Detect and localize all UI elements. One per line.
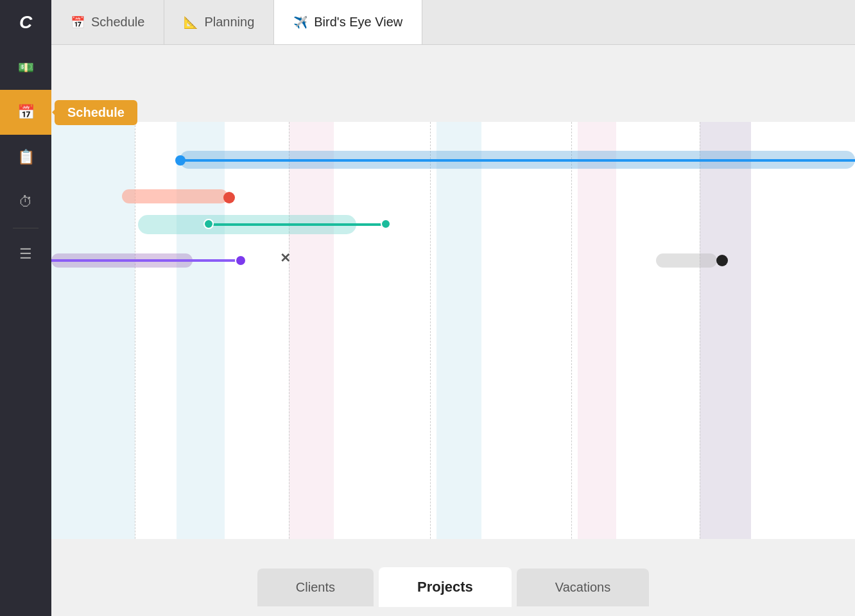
- vline-1: [135, 122, 135, 539]
- tab-projects[interactable]: Projects: [379, 567, 512, 607]
- dot-blue-left: [175, 155, 186, 166]
- planning-tab-label: Planning: [204, 15, 254, 30]
- schedule-tooltip: Schedule: [55, 100, 137, 125]
- dot-teal-right: [381, 219, 391, 229]
- bar-gray-wide: [656, 253, 717, 268]
- content-area: ✕ 5 Jun '16 Jul '16 Aug '16 Sep '16 Oct …: [51, 45, 855, 616]
- dot-dark: [716, 255, 728, 266]
- sidebar-item-more[interactable]: ☰: [0, 232, 51, 277]
- bar-purple-line: [51, 259, 238, 262]
- gantt-chart: ✕ 5 Jun '16 Jul '16 Aug '16 Sep '16 Oct …: [51, 122, 855, 539]
- tab-vacations[interactable]: Vacations: [517, 569, 649, 606]
- bar-teal-line: [205, 223, 385, 226]
- reports-icon: 📋: [17, 149, 35, 166]
- x-mark: ✕: [280, 250, 291, 266]
- sidebar-divider: [13, 228, 39, 228]
- col-highlight-pink-1: [289, 122, 334, 539]
- bottom-tabs: Clients Projects Vacations: [51, 539, 855, 616]
- col-highlight-pink-2: [578, 122, 616, 539]
- vline-5: [700, 122, 700, 539]
- col-highlight-3: [436, 122, 481, 539]
- birds-eye-tab-label: Bird's Eye View: [314, 15, 402, 30]
- time-icon: ⏱: [19, 194, 33, 210]
- tab-birds-eye[interactable]: ✈️ Bird's Eye View: [274, 0, 422, 44]
- tab-clients[interactable]: Clients: [257, 569, 374, 606]
- schedule-icon: 📅: [17, 104, 35, 121]
- gantt-area: ✕ 5 Jun '16 Jul '16 Aug '16 Sep '16 Oct …: [51, 45, 855, 539]
- bar-blue-line: [177, 159, 855, 162]
- sidebar-item-billing[interactable]: 💵: [0, 45, 51, 90]
- schedule-tab-label: Schedule: [91, 15, 144, 30]
- col-highlight-pink-3: [700, 122, 751, 539]
- logo-text: C: [19, 12, 32, 33]
- tab-planning[interactable]: 📐 Planning: [164, 0, 274, 44]
- schedule-tab-icon: 📅: [71, 15, 85, 30]
- dot-orange: [223, 192, 235, 203]
- dot-purple: [235, 255, 246, 266]
- sidebar-item-reports[interactable]: 📋: [0, 135, 51, 180]
- col-highlight-2: [177, 122, 225, 539]
- col-highlight-1: [51, 122, 135, 539]
- sidebar: C 💵 📅 Schedule 📋 ⏱ ☰: [0, 0, 51, 616]
- main-content: 📅 Schedule 📐 Planning ✈️ Bird's Eye View: [51, 0, 855, 616]
- vline-4: [571, 122, 572, 539]
- birds-eye-tab-icon: ✈️: [293, 15, 307, 30]
- sidebar-item-schedule[interactable]: 📅 Schedule: [0, 90, 51, 135]
- sidebar-item-time[interactable]: ⏱: [0, 180, 51, 225]
- bar-salmon: [122, 189, 228, 203]
- app-logo[interactable]: C: [0, 0, 51, 45]
- planning-tab-icon: 📐: [184, 15, 198, 30]
- tab-schedule[interactable]: 📅 Schedule: [51, 0, 164, 44]
- vline-2: [289, 122, 289, 539]
- menu-icon: ☰: [19, 246, 32, 262]
- top-navigation: 📅 Schedule 📐 Planning ✈️ Bird's Eye View: [51, 0, 855, 45]
- billing-icon: 💵: [18, 60, 34, 75]
- vline-3: [430, 122, 431, 539]
- dot-teal-left: [203, 219, 214, 229]
